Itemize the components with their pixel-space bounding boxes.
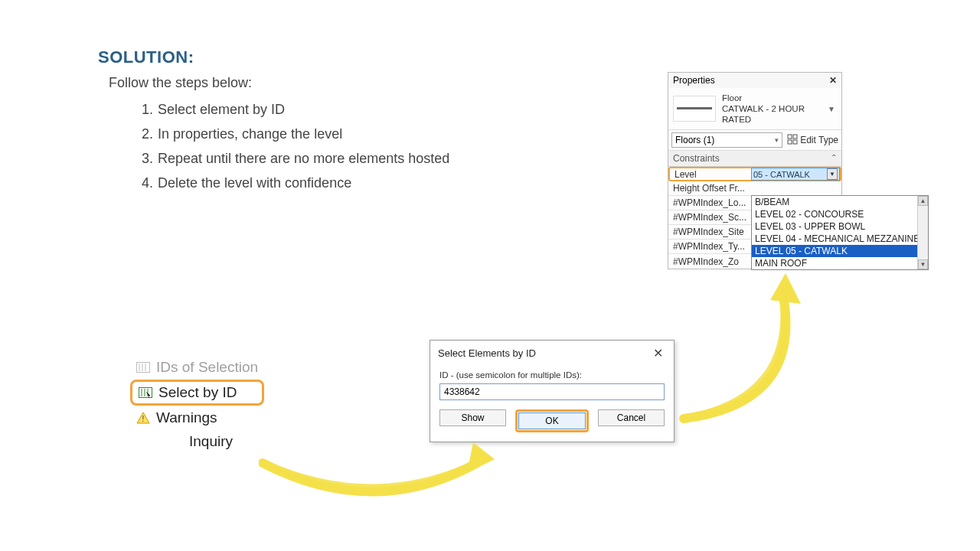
properties-title: Properties (673, 75, 715, 86)
solution-heading: SOLUTION: (98, 47, 194, 67)
warning-icon: ! (136, 411, 150, 425)
param-label: #WPMIndex_Site (668, 227, 750, 237)
show-button[interactable]: Show (439, 409, 506, 426)
close-icon[interactable]: ✕ (650, 346, 666, 360)
param-label: #WPMIndex_Zo (668, 256, 750, 267)
filter-value: Floors (1) (675, 135, 714, 145)
solution-steps: 1.Select element by ID 2.In properties, … (136, 98, 449, 196)
annotation-arrow (672, 269, 818, 430)
edit-type-icon (787, 134, 798, 147)
cancel-button[interactable]: Cancel (598, 409, 665, 426)
property-row[interactable]: Height Offset Fr... (668, 181, 841, 196)
close-icon[interactable]: ✕ (829, 75, 837, 86)
select-by-id-dialog: Select Elements by ID ✕ ID - (use semico… (430, 340, 675, 442)
scroll-down-icon[interactable]: ▼ (918, 259, 928, 269)
dropdown-scrollbar[interactable]: ▲ ▼ (917, 196, 928, 269)
step-text: In properties, change the level (158, 126, 342, 142)
menu-label: Select by ID (158, 384, 237, 401)
filter-select[interactable]: Floors (1) ▾ (671, 132, 782, 148)
chevron-down-icon[interactable]: ▼ (826, 105, 837, 113)
param-label: #WPMIndex_Lo... (668, 197, 750, 208)
dialog-title: Select Elements by ID (438, 347, 536, 359)
solution-intro: Follow the steps below: (109, 75, 252, 91)
type-selector[interactable]: Floor CATWALK - 2 HOUR RATED ▼ (668, 88, 841, 130)
param-label: Height Offset Fr... (668, 183, 750, 194)
chevron-down-icon[interactable]: ▼ (827, 168, 838, 180)
inquiry-panel-label: Inquiry (158, 433, 264, 450)
chevron-down-icon: ▾ (775, 136, 779, 144)
level-param-label: Level (670, 169, 751, 180)
constraints-label: Constraints (673, 153, 720, 164)
id-input-label: ID - (use semicolon for multiple IDs): (439, 370, 665, 380)
edit-type-label: Edit Type (800, 135, 838, 145)
collapse-icon[interactable]: ⌃ (831, 153, 837, 164)
step-text: Select element by ID (158, 102, 285, 117)
id-input[interactable] (439, 383, 665, 400)
menu-ids-of-selection: IDs of Selection (130, 355, 264, 380)
level-dropdown-list: B/BEAM LEVEL 02 - CONCOURSE LEVEL 03 - U… (751, 195, 929, 270)
level-value: 05 - CATWALK (753, 170, 810, 179)
level-option[interactable]: LEVEL 04 - MECHANICAL MEZZANINE (752, 233, 928, 245)
level-option[interactable]: LEVEL 03 - UPPER BOWL (752, 220, 928, 233)
level-dropdown[interactable]: 05 - CATWALK ▼ (751, 168, 840, 181)
type-name: CATWALK - 2 HOUR RATED (722, 103, 820, 125)
type-thumbnail (673, 96, 716, 122)
menu-warnings[interactable]: ! Warnings (130, 406, 264, 430)
step-text: Repeat until there are no more elements … (158, 151, 449, 166)
svg-text:!: ! (142, 415, 145, 423)
svg-rect-11 (788, 140, 792, 144)
property-level-row: Level 05 - CATWALK ▼ (668, 167, 841, 181)
scroll-up-icon[interactable]: ▲ (918, 196, 928, 206)
menu-label: IDs of Selection (156, 359, 258, 376)
ok-button[interactable]: OK (518, 412, 586, 429)
menu-select-by-id[interactable]: Select by ID (130, 380, 264, 406)
level-option[interactable]: LEVEL 02 - CONCOURSE (752, 208, 928, 220)
svg-rect-10 (793, 135, 797, 139)
annotation-arrow (259, 436, 496, 513)
step-text: Delete the level with confidence (158, 175, 351, 191)
ok-highlight: OK (515, 409, 589, 432)
select-id-icon (139, 386, 152, 399)
inquiry-menu: IDs of Selection Select by ID ! Warnings… (130, 355, 264, 450)
svg-rect-9 (788, 135, 792, 139)
svg-rect-0 (137, 363, 150, 373)
menu-label: Warnings (156, 409, 217, 426)
param-label: #WPMIndex_Sc... (668, 212, 750, 223)
svg-rect-4 (139, 388, 152, 398)
type-category: Floor (722, 93, 820, 103)
svg-rect-12 (793, 140, 797, 144)
level-option-selected[interactable]: LEVEL 05 - CATWALK (752, 245, 928, 257)
param-label: #WPMIndex_Ty... (668, 241, 750, 252)
edit-type-button[interactable]: Edit Type (787, 134, 838, 147)
level-option[interactable]: MAIN ROOF (752, 257, 928, 269)
level-option[interactable]: B/BEAM (752, 196, 928, 208)
ids-icon (136, 360, 150, 374)
